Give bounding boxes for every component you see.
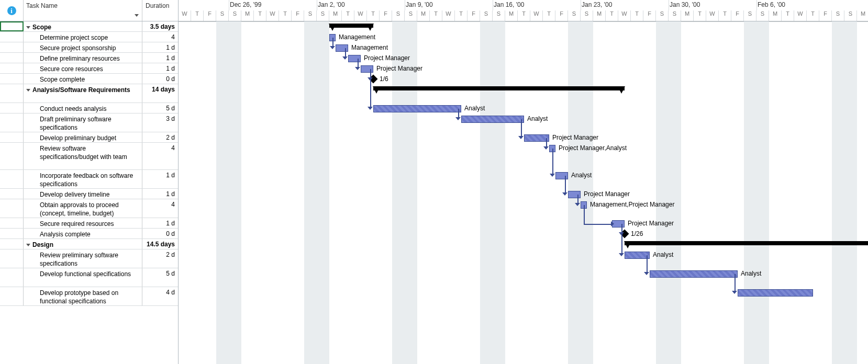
duration-cell[interactable]: 14 days: [142, 84, 178, 103]
info-cell[interactable]: [0, 132, 24, 142]
info-cell[interactable]: [0, 170, 24, 188]
info-cell[interactable]: [0, 249, 24, 268]
task-name-cell[interactable]: Determine project scope: [23, 32, 142, 42]
info-cell[interactable]: [0, 84, 24, 103]
task-name-cell[interactable]: Analysis complete: [23, 229, 142, 238]
task-row[interactable]: Develop functional specifications5 d: [0, 268, 178, 287]
task-name-cell[interactable]: Obtain approvals to proceed (concept, ti…: [23, 199, 142, 218]
info-cell[interactable]: [0, 113, 24, 132]
duration-cell[interactable]: 4: [142, 32, 178, 42]
info-cell[interactable]: [0, 63, 24, 73]
duration-cell[interactable]: 0 d: [142, 229, 178, 238]
duration-cell[interactable]: 3 d: [142, 113, 178, 132]
task-name-column-header[interactable]: Task Name: [23, 0, 142, 21]
task-bar[interactable]: [524, 134, 549, 142]
task-bar[interactable]: [555, 172, 568, 179]
summary-bar[interactable]: [329, 24, 373, 28]
task-name-cell[interactable]: Scope complete: [23, 74, 142, 84]
info-cell[interactable]: [0, 53, 24, 63]
task-name-cell[interactable]: Define preliminary resources: [23, 53, 142, 63]
task-row[interactable]: Review software specifications/budget wi…: [0, 143, 178, 170]
task-bar[interactable]: [329, 34, 336, 41]
task-grid[interactable]: Scope3.5 daysDetermine project scope4Sec…: [0, 21, 179, 364]
task-name-cell[interactable]: Develop prototype based on functional sp…: [23, 287, 142, 305]
task-row[interactable]: Determine project scope4: [0, 32, 178, 42]
task-name-cell[interactable]: Develop delivery timeline: [23, 189, 142, 199]
task-row[interactable]: Secure required resources1 d: [0, 218, 178, 229]
task-name-cell[interactable]: Review software specifications/budget wi…: [23, 143, 142, 169]
info-cell[interactable]: [0, 268, 24, 287]
duration-cell[interactable]: 4: [142, 199, 178, 218]
info-cell[interactable]: [0, 74, 24, 84]
task-name-cell[interactable]: Scope: [23, 21, 142, 31]
milestone-marker[interactable]: [620, 230, 629, 238]
info-cell[interactable]: [0, 143, 24, 169]
collapse-toggle-icon[interactable]: [26, 89, 30, 92]
task-bar[interactable]: [625, 252, 650, 259]
task-bar[interactable]: [461, 116, 524, 123]
task-name-cell[interactable]: Design: [23, 239, 142, 249]
task-row[interactable]: Develop prototype based on functional sp…: [0, 287, 178, 306]
info-cell[interactable]: [0, 103, 24, 113]
summary-bar[interactable]: [625, 241, 868, 245]
task-bar[interactable]: [650, 270, 738, 278]
task-name-cell[interactable]: Incorporate feedback on software specifi…: [23, 170, 142, 188]
task-row[interactable]: Analysis/Software Requirements14 days: [0, 84, 178, 103]
info-cell[interactable]: [0, 287, 24, 305]
task-name-cell[interactable]: Develop preliminary budget: [23, 132, 142, 142]
task-name-cell[interactable]: Secure required resources: [23, 218, 142, 228]
task-bar[interactable]: [361, 65, 373, 73]
task-bar[interactable]: [612, 220, 625, 228]
duration-cell[interactable]: 1 d: [142, 189, 178, 199]
task-row[interactable]: Obtain approvals to proceed (concept, ti…: [0, 199, 178, 218]
duration-cell[interactable]: 1 d: [142, 218, 178, 228]
task-row[interactable]: Review preliminary software specificatio…: [0, 249, 178, 268]
duration-cell[interactable]: 5 d: [142, 268, 178, 287]
task-bar[interactable]: [568, 191, 581, 198]
duration-cell[interactable]: 3.5 days: [142, 21, 178, 31]
task-row[interactable]: Develop delivery timeline1 d: [0, 189, 178, 199]
duration-cell[interactable]: 0 d: [142, 74, 178, 84]
info-cell[interactable]: [0, 239, 24, 249]
task-name-cell[interactable]: Secure core resources: [23, 63, 142, 73]
info-cell[interactable]: [0, 218, 24, 228]
gantt-chart[interactable]: ManagementManagementProject ManagerProje…: [179, 21, 868, 364]
task-row[interactable]: Secure project sponsorship1 d: [0, 42, 178, 53]
task-row[interactable]: Design14.5 days: [0, 239, 178, 249]
info-cell[interactable]: [0, 21, 24, 31]
task-row[interactable]: Draft preliminary software specification…: [0, 113, 178, 132]
task-row[interactable]: Incorporate feedback on software specifi…: [0, 170, 178, 189]
task-row[interactable]: Define preliminary resources1 d: [0, 53, 178, 63]
task-row[interactable]: Scope3.5 days: [0, 21, 178, 32]
task-row[interactable]: Analysis complete0 d: [0, 229, 178, 239]
task-row[interactable]: Develop preliminary budget2 d: [0, 132, 178, 143]
task-name-cell[interactable]: Conduct needs analysis: [23, 103, 142, 113]
task-bar[interactable]: [549, 145, 555, 152]
duration-cell[interactable]: 1 d: [142, 170, 178, 188]
task-row[interactable]: Conduct needs analysis5 d: [0, 103, 178, 113]
duration-cell[interactable]: 14.5 days: [142, 239, 178, 249]
task-bar[interactable]: [581, 201, 587, 209]
duration-column-header[interactable]: Duration: [142, 0, 178, 21]
task-row[interactable]: Scope complete0 d: [0, 74, 178, 84]
task-bar[interactable]: [738, 289, 813, 297]
task-row[interactable]: Secure core resources1 d: [0, 63, 178, 74]
info-cell[interactable]: [0, 229, 24, 238]
task-name-cell[interactable]: Develop functional specifications: [23, 268, 142, 287]
duration-cell[interactable]: 1 d: [142, 53, 178, 63]
info-cell[interactable]: [0, 189, 24, 199]
duration-cell[interactable]: 2 d: [142, 132, 178, 142]
collapse-toggle-icon[interactable]: [26, 244, 30, 246]
duration-cell[interactable]: 2 d: [142, 249, 178, 268]
task-bar[interactable]: [348, 55, 361, 62]
milestone-marker[interactable]: [369, 75, 378, 84]
task-name-cell[interactable]: Draft preliminary software specification…: [23, 113, 142, 132]
info-cell[interactable]: [0, 32, 24, 42]
summary-bar[interactable]: [373, 86, 625, 90]
duration-cell[interactable]: 1 d: [142, 42, 178, 52]
info-column-header[interactable]: i: [0, 0, 24, 21]
task-name-cell[interactable]: Review preliminary software specificatio…: [23, 249, 142, 268]
task-bar[interactable]: [336, 44, 348, 52]
info-cell[interactable]: [0, 42, 24, 52]
task-bar[interactable]: [373, 105, 461, 112]
